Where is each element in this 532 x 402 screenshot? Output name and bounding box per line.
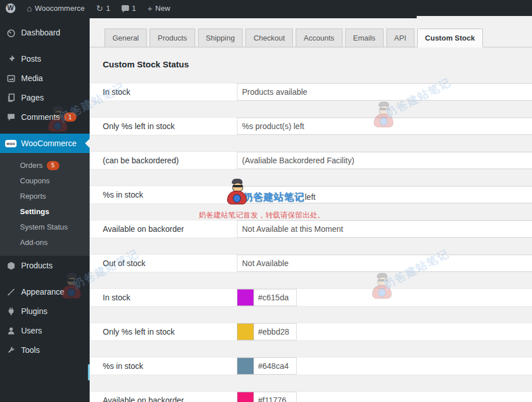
sidebar-item-label: Plugins [21,307,47,316]
admin-bar-shadow [90,16,417,18]
row-label: In stock [90,87,237,97]
pages-icon [5,92,17,103]
color-swatch[interactable] [237,392,254,402]
updates-count: 1 [106,4,110,13]
row-label: Only %s left in stock [90,122,237,131]
active-item-arrow [80,139,90,148]
site-name-menu[interactable]: ⌂ Woocommerce [21,0,90,16]
row-label: Out of stock [90,259,237,268]
submenu-item-coupons[interactable]: Coupons [0,173,90,188]
settings-row: Available on backorder [90,391,532,402]
sidebar-item-media[interactable]: Media [0,69,90,88]
sidebar-item-label: Comments [21,112,60,122]
submenu-item-settings[interactable]: Settings [0,204,90,219]
admin-sidebar: Dashboard Posts Media Pages Comments [0,16,90,402]
submenu-item-system-status[interactable]: System Status [0,219,90,235]
settings-row: Only %s left in stock [90,323,532,357]
plus-icon: + [147,4,152,13]
sidebar-item-label: Pages [21,93,44,102]
sidebar-item-users[interactable]: Users [0,321,90,340]
tab-api[interactable]: API [386,29,414,47]
settings-tabs: General Products Shipping Checkout Accou… [90,16,532,47]
only-left-text-input[interactable] [237,118,532,135]
settings-content: General Products Shipping Checkout Accou… [90,16,532,402]
woocommerce-icon: woo [5,138,17,149]
sidebar-item-plugins[interactable]: Plugins [0,302,90,321]
watermark-overlay: 奶爸建站笔记 left [227,179,316,205]
comments-menu[interactable]: 1 [116,0,142,16]
percent-in-stock-color-input[interactable] [254,357,297,375]
paintbrush-icon [5,286,17,298]
sidebar-item-appearance[interactable]: Appearance [0,282,90,302]
sidebar-item-label: Dashboard [21,28,61,37]
row-label: %s in stock [90,361,237,371]
user-icon [5,325,17,336]
sidebar-item-label: WooCommerce [21,139,76,148]
tab-general[interactable]: General [104,29,147,47]
tab-custom-stock[interactable]: Custom Stock [417,29,483,47]
settings-row: Only %s left in stock [90,117,532,151]
sidebar-item-label: Tools [21,345,40,355]
tab-products[interactable]: Products [150,29,195,47]
wordpress-admin-screen: W ⌂ Woocommerce ↻ 1 1 + New Dashboard [0,0,532,402]
row-label: Available on backorder [90,224,237,234]
comments-count: 1 [132,4,136,13]
new-content-menu[interactable]: + New [142,0,176,16]
plug-icon [5,305,17,317]
submenu-item-reports[interactable]: Reports [0,188,90,204]
sidebar-item-comments[interactable]: Comments 1 [0,107,90,127]
wrench-icon [5,344,17,356]
sidebar-item-dashboard[interactable]: Dashboard [0,23,90,42]
settings-row: %s in stock [90,357,532,391]
site-name-label: Woocommerce [35,4,84,13]
update-icon: ↻ [96,4,103,13]
out-of-stock-text-input[interactable] [237,255,532,272]
sidebar-item-label: Media [21,74,43,83]
only-left-color-input[interactable] [254,323,297,340]
row-label: Available on backorder [90,396,237,402]
settings-row: 奶爸建站笔记首发，转载请保留出处。 Available on backorder [90,220,532,254]
tab-shipping[interactable]: Shipping [198,29,243,47]
scroll-indicator[interactable] [88,364,90,380]
sidebar-item-tools[interactable]: Tools [0,340,90,360]
media-icon [5,73,17,84]
watermark-mascot-icon [227,179,247,205]
settings-rows: In stock Only %s left in stock (can be b… [90,83,532,402]
sidebar-item-label: Users [21,326,42,335]
comment-bubble-icon [122,5,129,11]
in-stock-color-input[interactable] [254,289,297,306]
backordered-text-input[interactable] [237,152,532,169]
submenu-item-addons[interactable]: Add-ons [0,235,90,250]
comments-badge: 1 [64,112,76,122]
dashboard-icon [5,27,17,38]
sidebar-item-posts[interactable]: Posts [0,49,90,69]
sidebar-item-label: Posts [21,54,41,63]
settings-row: In stock [90,288,532,323]
tab-emails[interactable]: Emails [345,29,384,47]
sidebar-item-label: Appearance [21,287,65,296]
in-stock-text-input[interactable] [237,83,532,100]
available-backorder-color-input[interactable] [254,392,297,402]
wordpress-menu[interactable]: W [0,0,21,16]
woocommerce-submenu: Orders 5 Coupons Reports Settings System… [0,153,90,256]
wordpress-logo-icon: W [6,3,15,13]
sidebar-item-products[interactable]: Products [0,256,90,275]
products-box-icon [5,260,17,271]
submenu-item-orders[interactable]: Orders 5 [0,158,90,173]
sidebar-item-woocommerce[interactable]: woo WooCommerce [0,134,90,153]
row-label: (can be backordered) [90,156,237,165]
sidebar-item-label: Products [21,261,53,270]
color-swatch[interactable] [237,323,254,340]
watermark-text: 奶爸建站笔记 [243,190,305,205]
available-backorder-text-input[interactable] [237,220,532,238]
settings-row: Out of stock [90,254,532,288]
sidebar-item-pages[interactable]: Pages [0,88,90,107]
input-visible-text: left [305,190,316,205]
color-swatch[interactable] [237,357,254,375]
updates-menu[interactable]: ↻ 1 [90,0,116,16]
tab-checkout[interactable]: Checkout [245,29,293,47]
row-label: Only %s left in stock [90,327,237,336]
tab-accounts[interactable]: Accounts [296,29,342,47]
color-swatch[interactable] [237,289,254,306]
row-label: %s in stock [90,190,237,199]
